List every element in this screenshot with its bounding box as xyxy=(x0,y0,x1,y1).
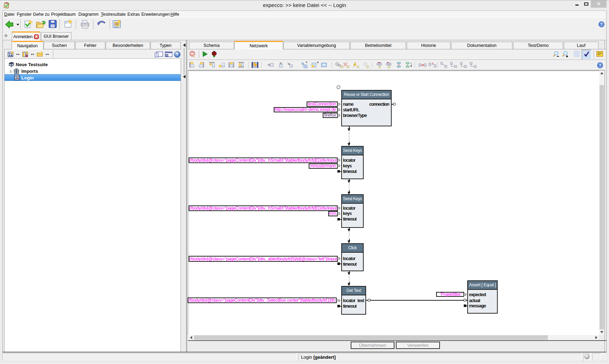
svg-text:?: ? xyxy=(599,63,601,68)
svg-text:?: ? xyxy=(600,22,603,27)
svg-text:?: ? xyxy=(432,62,434,65)
svg-text:?: ? xyxy=(176,52,179,57)
